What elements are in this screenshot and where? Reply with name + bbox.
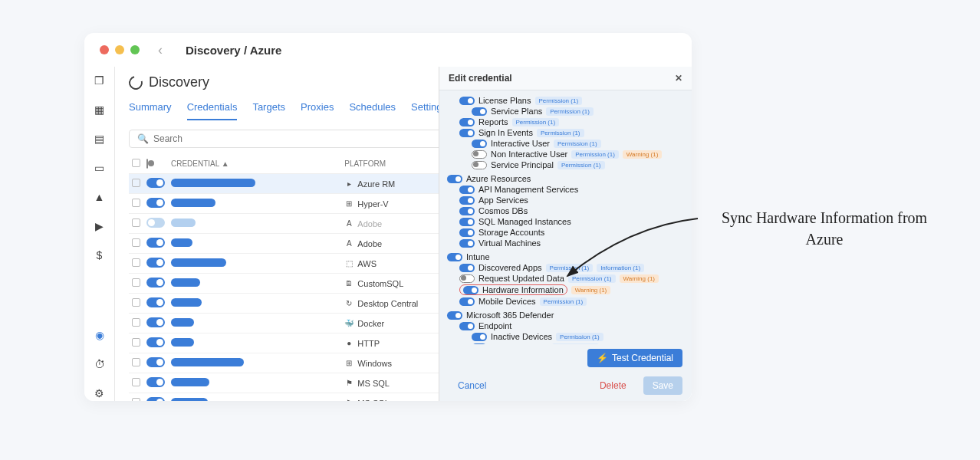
item-toggle[interactable] (459, 97, 475, 105)
nav-icon-7[interactable]: $ (92, 248, 107, 263)
item-toggle[interactable] (459, 118, 475, 127)
row-toggle[interactable] (146, 278, 165, 288)
panel-item[interactable]: Service Principal Permission (1) (447, 159, 684, 170)
panel-item[interactable]: Sign In Events Permission (1) (447, 127, 684, 138)
item-toggle[interactable] (459, 218, 475, 226)
panel-item[interactable]: App Services (447, 195, 684, 205)
panel-item[interactable]: Reports Permission (1) (447, 117, 684, 127)
panel-item[interactable]: Microsoft 365 Defender (447, 310, 684, 320)
item-toggle[interactable] (459, 264, 475, 272)
select-all-checkbox[interactable] (132, 159, 140, 167)
zoom-dot[interactable] (130, 45, 140, 54)
item-toggle[interactable] (472, 343, 487, 345)
back-icon[interactable]: ‹ (158, 42, 163, 58)
row-checkbox[interactable] (132, 278, 140, 287)
panel-item[interactable]: License Plans Permission (1) (447, 95, 684, 106)
row-toggle[interactable] (146, 218, 165, 228)
row-toggle[interactable] (146, 337, 165, 347)
panel-item[interactable]: Intune (447, 251, 684, 262)
minimize-dot[interactable] (115, 45, 124, 54)
panel-item[interactable]: Service Plans Permission (1) (447, 106, 684, 117)
badge-perm: Permission (1) (537, 129, 584, 137)
cancel-button[interactable]: Cancel (449, 376, 495, 395)
nav-icon-1[interactable]: ❐ (92, 73, 107, 88)
item-toggle[interactable] (472, 161, 487, 169)
item-toggle[interactable] (447, 253, 462, 261)
platform-icon: ⬚ (344, 259, 354, 268)
nav-icon-6[interactable]: ▶ (92, 219, 107, 234)
row-checkbox[interactable] (132, 398, 140, 401)
item-toggle[interactable] (459, 297, 475, 306)
platform-icon: ⚑ (344, 379, 354, 388)
panel-item[interactable]: Interactive User Permission (1) (447, 138, 684, 149)
row-checkbox[interactable] (132, 358, 140, 366)
row-checkbox[interactable] (132, 199, 140, 207)
close-icon[interactable]: ✕ (675, 73, 682, 84)
col-credential[interactable]: CREDENTIAL ▲ (168, 154, 341, 174)
item-toggle[interactable] (459, 228, 475, 237)
item-toggle[interactable] (459, 207, 475, 215)
row-toggle[interactable] (146, 178, 165, 188)
tab-proxies[interactable]: Proxies (301, 101, 334, 120)
row-checkbox[interactable] (132, 378, 140, 386)
panel-item[interactable]: Inactive Devices Permission (1) (447, 331, 684, 342)
tab-targets[interactable]: Targets (252, 101, 285, 120)
nav-icon-2[interactable]: ▦ (92, 102, 107, 117)
panel-item[interactable]: SQL Managed Instances (447, 216, 684, 227)
panel-item[interactable]: API Management Services (447, 184, 684, 195)
nav-icon-gauge[interactable]: ⏱ (92, 356, 107, 372)
row-toggle[interactable] (146, 238, 165, 248)
panel-item[interactable]: Mobile Devices Permission (1) (447, 296, 684, 307)
row-checkbox[interactable] (132, 318, 140, 327)
item-toggle[interactable] (472, 150, 487, 159)
row-toggle[interactable] (146, 297, 165, 307)
row-toggle[interactable] (146, 357, 165, 367)
tab-credentials[interactable]: Credentials (187, 101, 238, 120)
panel-item[interactable]: Endpoint (447, 320, 684, 331)
close-dot[interactable] (100, 45, 109, 54)
row-toggle[interactable] (146, 317, 165, 327)
panel-item[interactable]: Azure Resources (447, 173, 684, 184)
row-toggle[interactable] (146, 198, 165, 208)
row-toggle[interactable] (146, 397, 165, 401)
item-toggle[interactable] (459, 129, 475, 137)
item-toggle[interactable] (459, 196, 475, 205)
platform-label: AWS (357, 259, 377, 268)
item-toggle[interactable] (459, 239, 475, 248)
row-checkbox[interactable] (132, 258, 140, 267)
item-toggle[interactable] (463, 286, 478, 294)
tab-schedules[interactable]: Schedules (349, 101, 396, 120)
panel-item[interactable]: Virtual Machines (447, 238, 684, 248)
item-toggle[interactable] (447, 311, 462, 320)
item-toggle[interactable] (459, 186, 475, 194)
nav-icon-5[interactable]: ▲ (92, 189, 107, 205)
nav-icon-3[interactable]: ▤ (92, 131, 107, 146)
row-checkbox[interactable] (132, 179, 140, 187)
row-checkbox[interactable] (132, 298, 140, 307)
panel-item[interactable]: Request Updated Data Permission (1) Warn… (447, 273, 684, 284)
panel-item[interactable]: Discovered Apps Permission (1) Informati… (447, 262, 684, 273)
test-credential-button[interactable]: ⚡ Test Credential (587, 349, 682, 367)
item-toggle[interactable] (472, 140, 487, 148)
delete-button[interactable]: Delete (590, 376, 636, 395)
save-button[interactable]: Save (643, 376, 682, 395)
panel-item[interactable]: Storage Accounts (447, 227, 684, 238)
nav-icon-4[interactable]: ▭ (92, 160, 107, 176)
item-toggle[interactable] (459, 274, 475, 283)
item-toggle[interactable] (459, 322, 475, 330)
row-checkbox[interactable] (132, 238, 140, 247)
row-checkbox[interactable] (132, 338, 140, 347)
badge-perm: Permission (1) (512, 118, 560, 127)
row-checkbox[interactable] (132, 219, 140, 227)
row-toggle[interactable] (146, 258, 165, 268)
gear-icon[interactable]: ⚙ (92, 386, 107, 401)
tab-summary[interactable]: Summary (129, 101, 172, 120)
row-toggle[interactable] (146, 377, 165, 387)
item-toggle[interactable] (472, 333, 487, 341)
panel-item[interactable]: Hardware Information Warning (1) (447, 284, 684, 296)
panel-item[interactable]: Cosmos DBs (447, 205, 684, 216)
nav-icon-discovery[interactable]: ◉ (92, 327, 107, 343)
item-toggle[interactable] (447, 175, 462, 183)
item-toggle[interactable] (472, 107, 487, 116)
panel-item[interactable]: Non Interactive User Permission (1) Warn… (447, 149, 684, 159)
